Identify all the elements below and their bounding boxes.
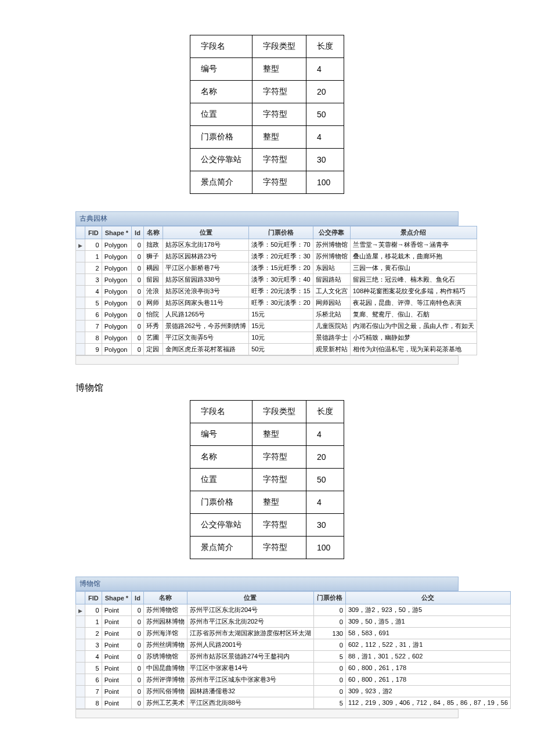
cell[interactable]: Polygon: [102, 344, 131, 355]
cell[interactable]: 4: [85, 651, 102, 663]
cell[interactable]: 网师: [143, 297, 163, 309]
cell[interactable]: Point: [102, 628, 131, 639]
cell[interactable]: 留园路站: [313, 274, 350, 286]
cell[interactable]: 0: [85, 239, 102, 251]
cell[interactable]: 乐桥北站: [313, 309, 350, 321]
table-row[interactable]: 8Point0苏州工艺美术平江区西北街88号5112，219，309，406，7…: [76, 697, 511, 709]
row-selector[interactable]: [76, 239, 85, 251]
column-header[interactable]: FID: [85, 226, 102, 239]
cell[interactable]: Point: [102, 604, 131, 616]
cell[interactable]: 环秀: [143, 321, 163, 332]
row-selector[interactable]: [76, 251, 85, 262]
cell[interactable]: 拙政: [143, 239, 163, 251]
table-row[interactable]: 7Polygon0环秀景德路262号，今苏州刺绣博15元儿童医院站内湖石假山为中…: [76, 321, 477, 332]
cell[interactable]: 苏州园林博物: [143, 616, 187, 628]
row-selector[interactable]: [76, 309, 85, 321]
cell[interactable]: 平江区中张家巷14号: [187, 663, 313, 674]
cell[interactable]: Point: [102, 674, 131, 686]
cell[interactable]: 0: [313, 663, 345, 674]
cell[interactable]: 怡院: [143, 309, 163, 321]
table-row[interactable]: 2Point0苏州海洋馆江苏省苏州市太湖国家旅游度假村区环太湖13058，583…: [76, 628, 511, 639]
cell[interactable]: 内湖石假山为中国之最，虽由人作，有如天: [350, 321, 477, 332]
cell[interactable]: 9: [85, 344, 102, 355]
table-row[interactable]: 3Point0苏州丝绸博物苏州人民路2001号0602，112，522，31，游…: [76, 639, 511, 651]
cell[interactable]: 淡季：20元旺季：30: [249, 251, 313, 262]
cell[interactable]: 0: [132, 639, 144, 651]
row-selector[interactable]: [76, 321, 85, 332]
column-header[interactable]: 公交停靠: [313, 226, 350, 239]
table-row[interactable]: 5Point0中国昆曲博物平江区中张家巷14号060，800，261，178: [76, 663, 511, 674]
row-selector[interactable]: [76, 332, 85, 344]
table-row[interactable]: 0Point0苏州博物馆苏州平江区东北街204号0309，游2，923，50，游…: [76, 604, 511, 616]
column-header[interactable]: Id: [132, 592, 144, 604]
cell[interactable]: 留园三绝：冠云峰、楠木殿、鱼化石: [350, 274, 477, 286]
column-header[interactable]: FID: [85, 592, 102, 604]
cell[interactable]: 景德路262号，今苏州刺绣博: [163, 321, 248, 332]
row-selector[interactable]: [76, 686, 85, 697]
cell[interactable]: 7: [85, 321, 102, 332]
cell[interactable]: 0: [132, 628, 144, 639]
cell[interactable]: 姑苏区阔家头巷11号: [163, 297, 248, 309]
row-selector[interactable]: [76, 297, 85, 309]
cell[interactable]: 苏州博物馆: [313, 251, 350, 262]
cell[interactable]: 0: [313, 674, 345, 686]
column-header[interactable]: 名称: [143, 592, 187, 604]
cell[interactable]: 沧浪: [143, 286, 163, 297]
cell[interactable]: 苏州市姑苏区景德路274号王鏊祠内: [187, 651, 313, 663]
cell[interactable]: 旺季：20元淡季：15: [249, 286, 313, 297]
table-row[interactable]: 1Point0苏州园林博物苏州市平江区东北街202号0309，50，游5，游1: [76, 616, 511, 628]
cell[interactable]: Polygon: [102, 262, 131, 274]
cell[interactable]: 定园: [143, 344, 163, 355]
cell[interactable]: 0: [132, 616, 144, 628]
cell[interactable]: 中国昆曲博物: [143, 663, 187, 674]
column-header[interactable]: 位置: [163, 226, 248, 239]
cell[interactable]: 艺圃: [143, 332, 163, 344]
cell[interactable]: 0: [313, 686, 345, 697]
cell[interactable]: 叠山造屋，移花栽木，曲廊环抱: [350, 251, 477, 262]
cell[interactable]: 3: [85, 274, 102, 286]
cell[interactable]: 5: [85, 663, 102, 674]
column-header[interactable]: Shape *: [102, 592, 131, 604]
cell[interactable]: 5: [313, 651, 345, 663]
cell[interactable]: 平江区小新桥巷7号: [163, 262, 248, 274]
table-row[interactable]: 7Point0苏州民俗博物园林路潘儒巷320309，923，游2: [76, 686, 511, 697]
cell[interactable]: 8: [85, 697, 102, 709]
cell[interactable]: 苏州人民路2001号: [187, 639, 313, 651]
cell[interactable]: 苏绣博物馆: [143, 651, 187, 663]
cell[interactable]: 50元: [249, 344, 313, 355]
row-selector[interactable]: [76, 344, 85, 355]
cell[interactable]: 东园站: [313, 262, 350, 274]
cell[interactable]: Polygon: [102, 309, 131, 321]
cell[interactable]: 5: [85, 297, 102, 309]
row-selector[interactable]: [76, 663, 85, 674]
table-row[interactable]: 4Polygon0沧浪姑苏区沧浪亭街3号旺季：20元淡季：15工人文化宫108种…: [76, 286, 477, 297]
column-header[interactable]: 门票价格: [313, 592, 345, 604]
cell[interactable]: 儿童医院站: [313, 321, 350, 332]
cell[interactable]: 相传为刘伯温私宅，现为茉莉花茶基地: [350, 344, 477, 355]
cell[interactable]: 园林路潘儒巷32: [187, 686, 313, 697]
cell[interactable]: 0: [132, 297, 144, 309]
cell[interactable]: 苏州工艺美术: [143, 697, 187, 709]
column-header[interactable]: 门票价格: [249, 226, 313, 239]
cell[interactable]: 0: [132, 286, 144, 297]
table-row[interactable]: 0Polygon0拙政姑苏区东北街178号淡季：50元旺季：70苏州博物馆兰雪堂…: [76, 239, 477, 251]
column-header[interactable]: 景点介绍: [350, 226, 477, 239]
table-row[interactable]: 9Polygon0定园金阊区虎丘茶花村茗福路50元观景新村站相传为刘伯温私宅，现…: [76, 344, 477, 355]
cell[interactable]: 15元: [249, 309, 313, 321]
row-selector[interactable]: [76, 274, 85, 286]
cell[interactable]: 狮子: [143, 251, 163, 262]
cell[interactable]: 观景新村站: [313, 344, 350, 355]
cell[interactable]: 60，800，261，178: [345, 663, 510, 674]
cell[interactable]: 旺季：30元淡季：20: [249, 297, 313, 309]
table-row[interactable]: 1Polygon0狮子姑苏区园林路23号淡季：20元旺季：30苏州博物馆叠山造屋…: [76, 251, 477, 262]
cell[interactable]: 309，923，游2: [345, 686, 510, 697]
cell[interactable]: 兰雪堂→芙蓉榭→秫香馆→涵青亭: [350, 239, 477, 251]
cell[interactable]: 苏州市平江区城东中张家巷3号: [187, 674, 313, 686]
cell[interactable]: 108种花窗图案花纹变化多端，构作精巧: [350, 286, 477, 297]
table-row[interactable]: 5Polygon0网师姑苏区阔家头巷11号旺季：30元淡季：20网师园站夜花园，…: [76, 297, 477, 309]
cell[interactable]: 309，游2，923，50，游5: [345, 604, 510, 616]
cell[interactable]: 0: [313, 639, 345, 651]
cell[interactable]: 苏州博物馆: [143, 604, 187, 616]
cell[interactable]: 3: [85, 639, 102, 651]
cell[interactable]: 人民路1265号: [163, 309, 248, 321]
